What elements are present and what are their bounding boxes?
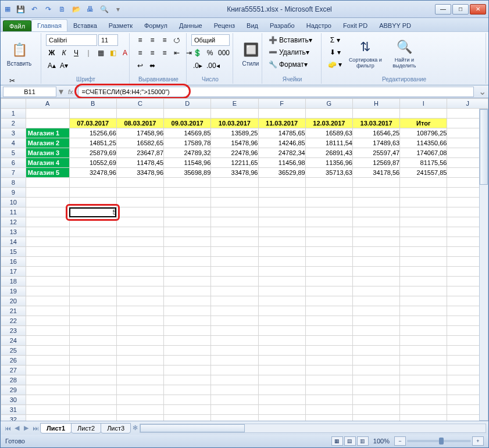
cell-E11[interactable]: [211, 207, 258, 217]
cell-D27[interactable]: [164, 365, 211, 375]
cell-C20[interactable]: [116, 296, 163, 306]
cell-G1[interactable]: [305, 109, 352, 119]
cell-G12[interactable]: [305, 217, 352, 227]
zoom-out-button[interactable]: −: [394, 436, 406, 446]
cell-G9[interactable]: [305, 188, 352, 198]
cell-B18[interactable]: [69, 277, 116, 286]
italic-button[interactable]: К: [58, 47, 70, 59]
horizontal-scrollbar[interactable]: [140, 424, 486, 433]
row-header-21[interactable]: 21: [1, 306, 26, 316]
cell-B27[interactable]: [69, 365, 116, 375]
row-header-6[interactable]: 6: [1, 158, 26, 168]
cell-C6[interactable]: 11478,45: [116, 158, 163, 168]
cell-E10[interactable]: [211, 198, 258, 207]
row-header-27[interactable]: 27: [1, 365, 26, 375]
cell-I19[interactable]: [400, 286, 447, 296]
cell-H20[interactable]: [352, 296, 399, 306]
comma-icon[interactable]: 000: [216, 47, 231, 59]
cell-I16[interactable]: [400, 257, 447, 267]
row-header-23[interactable]: 23: [1, 326, 26, 336]
cell-B19[interactable]: [69, 286, 116, 296]
cell-I31[interactable]: [400, 405, 447, 415]
cell-F19[interactable]: [258, 286, 305, 296]
cell-G31[interactable]: [305, 405, 352, 415]
cell-B13[interactable]: [69, 227, 116, 237]
cell-G4[interactable]: 18111,54: [305, 138, 352, 148]
cell-C24[interactable]: [116, 336, 163, 346]
cell-H24[interactable]: [352, 336, 399, 346]
cell-C15[interactable]: [116, 247, 163, 257]
cell-C9[interactable]: [116, 188, 163, 198]
sort-filter-button[interactable]: ⇅ Сортировка и фильтр: [346, 34, 384, 73]
cell-H10[interactable]: [352, 198, 399, 207]
cell-H23[interactable]: [352, 326, 399, 336]
fx-label[interactable]: fx: [68, 88, 73, 95]
ribbon-tab-надстро[interactable]: Надстро: [301, 19, 337, 31]
cell-C23[interactable]: [116, 326, 163, 336]
cell-F26[interactable]: [258, 356, 305, 365]
row-header-30[interactable]: 30: [1, 395, 26, 405]
cell-B29[interactable]: [69, 385, 116, 395]
row-header-16[interactable]: 16: [1, 257, 26, 267]
cell-D13[interactable]: [164, 227, 211, 237]
cell-H13[interactable]: [352, 227, 399, 237]
cell-A24[interactable]: [26, 336, 69, 346]
cell-I8[interactable]: [400, 178, 447, 188]
cell-I26[interactable]: [400, 356, 447, 365]
cell-E19[interactable]: [211, 286, 258, 296]
cell-D19[interactable]: [164, 286, 211, 296]
zoom-slider[interactable]: [407, 440, 471, 442]
cell-I27[interactable]: [400, 365, 447, 375]
formula-bar[interactable]: [78, 87, 474, 97]
cell-H7[interactable]: 34178,56: [352, 168, 399, 178]
cell-D22[interactable]: [164, 316, 211, 326]
cell-D17[interactable]: [164, 267, 211, 277]
row-header-15[interactable]: 15: [1, 247, 26, 257]
cell-G6[interactable]: 11356,96: [305, 158, 352, 168]
cell-D3[interactable]: 14569,85: [164, 128, 211, 138]
cell-F9[interactable]: [258, 188, 305, 198]
cell-A19[interactable]: [26, 286, 69, 296]
cell-A11[interactable]: [26, 207, 69, 217]
cell-C10[interactable]: [116, 198, 163, 207]
cell-C32[interactable]: [116, 415, 163, 421]
cell-D23[interactable]: [164, 326, 211, 336]
shrink-font-icon[interactable]: A▾: [58, 60, 70, 71]
cell-G15[interactable]: [305, 247, 352, 257]
cell-E6[interactable]: 12211,65: [211, 158, 258, 168]
find-select-button[interactable]: 🔍 Найти и выделить: [387, 34, 422, 73]
cell-G7[interactable]: 35713,63: [305, 168, 352, 178]
col-header-I[interactable]: I: [400, 99, 447, 109]
orientation-icon[interactable]: ⭯: [171, 34, 183, 46]
cell-H15[interactable]: [352, 247, 399, 257]
cell-H14[interactable]: [352, 237, 399, 247]
align-middle-icon[interactable]: ≡: [147, 34, 158, 46]
cell-D9[interactable]: [164, 188, 211, 198]
cell-E30[interactable]: [211, 395, 258, 405]
cell-B23[interactable]: [69, 326, 116, 336]
cell-G10[interactable]: [305, 198, 352, 207]
ribbon-tab-вид[interactable]: Вид: [241, 19, 264, 31]
cell-E14[interactable]: [211, 237, 258, 247]
cell-B17[interactable]: [69, 267, 116, 277]
cell-H19[interactable]: [352, 286, 399, 296]
file-tab[interactable]: Файл: [3, 20, 31, 31]
cell-B26[interactable]: [69, 356, 116, 365]
cell-D14[interactable]: [164, 237, 211, 247]
cell-G29[interactable]: [305, 385, 352, 395]
cell-A27[interactable]: [26, 365, 69, 375]
ribbon-tab-вставка[interactable]: Вставка: [67, 19, 103, 31]
cell-I11[interactable]: [400, 207, 447, 217]
cell-C29[interactable]: [116, 385, 163, 395]
cell-B2[interactable]: 07.03.2017: [69, 119, 116, 128]
inc-decimal-icon[interactable]: .0▸: [191, 60, 204, 71]
cell-G5[interactable]: 26891,43: [305, 148, 352, 158]
row-header-9[interactable]: 9: [1, 188, 26, 198]
cell-I32[interactable]: [400, 415, 447, 421]
cell-G22[interactable]: [305, 316, 352, 326]
cell-F24[interactable]: [258, 336, 305, 346]
cell-B4[interactable]: 14851,25: [69, 138, 116, 148]
cell-G20[interactable]: [305, 296, 352, 306]
cell-E29[interactable]: [211, 385, 258, 395]
cell-H31[interactable]: [352, 405, 399, 415]
